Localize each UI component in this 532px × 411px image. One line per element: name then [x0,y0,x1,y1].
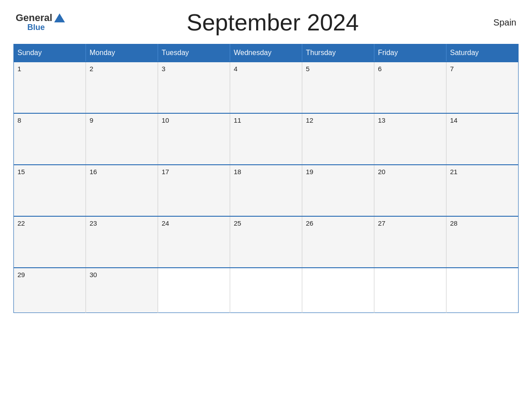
calendar-week-row: 1234567 [14,62,519,113]
day-number: 22 [17,219,25,227]
day-number: 8 [17,116,21,124]
day-number: 16 [90,168,97,176]
day-number: 10 [162,116,169,124]
day-number: 9 [90,116,93,124]
calendar-week-row: 891011121314 [14,113,519,165]
logo-general-word: General [16,13,52,23]
page-header: General Blue September 2024 Spain [13,9,519,36]
day-number: 6 [378,65,382,73]
calendar-day-header: Friday [374,44,446,62]
day-number: 12 [306,116,313,124]
calendar-day-header: Saturday [446,44,519,62]
calendar-day-cell: 14 [446,113,519,165]
calendar-day-header: Wednesday [230,44,302,62]
calendar-day-cell: 3 [158,62,230,113]
day-number: 21 [450,168,458,176]
calendar-day-cell: 21 [446,165,519,216]
calendar-day-cell: 22 [14,216,86,268]
calendar-day-cell: 1 [14,62,86,113]
calendar-header-row: SundayMondayTuesdayWednesdayThursdayFrid… [14,44,519,62]
day-number: 13 [378,116,386,124]
day-number: 29 [17,271,25,278]
day-number: 4 [234,65,237,73]
calendar-day-cell: 19 [302,165,374,216]
calendar-day-cell: 11 [230,113,302,165]
calendar-day-header: Monday [86,44,158,62]
calendar-day-cell: 5 [302,62,374,113]
calendar-day-cell: 8 [14,113,86,165]
calendar-day-cell: 20 [374,165,446,216]
day-number: 7 [450,65,454,73]
day-number: 11 [234,116,241,124]
calendar-day-cell: 24 [158,216,230,268]
day-number: 3 [162,65,165,73]
calendar-week-row: 22232425262728 [14,216,519,268]
day-number: 5 [306,65,309,73]
day-number: 15 [17,168,25,176]
day-number: 26 [306,219,313,227]
day-number: 25 [234,219,241,227]
month-title: September 2024 [65,9,481,36]
calendar-day-cell: 23 [86,216,158,268]
calendar-day-cell: 17 [158,165,230,216]
calendar-day-cell: 13 [374,113,446,165]
calendar-day-cell: 25 [230,216,302,268]
calendar-day-header: Sunday [14,44,86,62]
day-number: 20 [378,168,386,176]
day-number: 24 [162,219,169,227]
calendar-day-cell: 16 [86,165,158,216]
calendar-week-row: 15161718192021 [14,165,519,216]
calendar-day-cell [374,268,446,313]
logo-blue-word: Blue [27,23,45,32]
calendar-day-cell: 28 [446,216,519,268]
calendar-day-cell [302,268,374,313]
calendar-table: SundayMondayTuesdayWednesdayThursdayFrid… [13,44,519,313]
calendar-day-cell: 18 [230,165,302,216]
calendar-day-cell: 15 [14,165,86,216]
logo-bottom: Blue [16,23,45,32]
day-number: 23 [90,219,97,227]
day-number: 19 [306,168,313,176]
calendar-day-cell: 27 [374,216,446,268]
day-number: 18 [234,168,241,176]
calendar-day-cell: 12 [302,113,374,165]
calendar-day-cell: 2 [86,62,158,113]
calendar-day-cell: 26 [302,216,374,268]
country-label: Spain [481,17,516,28]
calendar-day-cell [230,268,302,313]
calendar-day-header: Thursday [302,44,374,62]
logo-general-text: General [16,13,65,23]
day-number: 28 [450,219,458,227]
day-number: 1 [17,65,21,73]
calendar-day-cell [158,268,230,313]
calendar-week-row: 2930 [14,268,519,313]
calendar-day-cell: 30 [86,268,158,313]
logo: General Blue [16,13,65,32]
day-number: 27 [378,219,386,227]
calendar-day-cell: 6 [374,62,446,113]
day-number: 2 [90,65,93,73]
calendar-day-cell: 4 [230,62,302,113]
calendar-day-cell: 7 [446,62,519,113]
calendar-day-cell: 29 [14,268,86,313]
calendar-day-cell [446,268,519,313]
calendar-day-cell: 9 [86,113,158,165]
day-number: 30 [90,271,97,278]
calendar-day-header: Tuesday [158,44,230,62]
calendar-day-cell: 10 [158,113,230,165]
logo-triangle-icon [54,13,65,22]
day-number: 14 [450,116,458,124]
day-number: 17 [162,168,169,176]
